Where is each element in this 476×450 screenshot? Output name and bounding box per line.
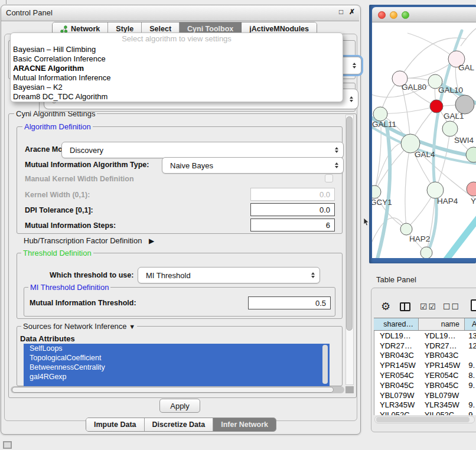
split-columns-icon[interactable]: [400, 302, 410, 311]
table-row[interactable]: YLR345WYLR345W9.: [374, 400, 476, 410]
dpi-tolerance-field[interactable]: 0.0: [250, 203, 335, 216]
table-cell: YDL19…: [419, 331, 465, 340]
table-row[interactable]: YBR043CYBR043C: [374, 351, 476, 361]
table-cell: 9.: [465, 381, 476, 390]
traffic-light-minimize[interactable]: [390, 11, 397, 19]
aracne-mode-select[interactable]: Discovery: [61, 142, 344, 158]
algorithm-option-basic-correlation-inference[interactable]: Basic Correlation Inference: [11, 54, 343, 64]
attributes-list-scrollbar[interactable]: [322, 345, 328, 384]
apply-button[interactable]: Apply: [159, 399, 200, 413]
algorithm-dropdown-popup: Select algorithm to view settings Bayesi…: [10, 32, 343, 102]
algorithm-option-bayesian-hill-climbing[interactable]: Bayesian – Hill Climbing: [11, 45, 343, 54]
float-window-icon[interactable]: □: [339, 8, 343, 16]
stepper-icon: [311, 272, 315, 278]
mi-threshold-label: Mutual Information Threshold:: [30, 299, 136, 307]
table-row[interactable]: YIL052CYIL052C9.: [374, 410, 476, 415]
table-cell: 9.: [465, 400, 476, 409]
gear-icon[interactable]: ⚙: [381, 300, 390, 313]
kernel-width-label: Kernel Width (0,1):: [25, 191, 90, 199]
network-node-gal11[interactable]: [373, 107, 387, 121]
table-cell: YBR043C: [419, 351, 465, 360]
table-row[interactable]: YER054CYER054C8.: [374, 370, 476, 380]
node-label-hap4: HAP4: [437, 197, 458, 206]
table-row[interactable]: YPR145WYPR145W9.: [374, 360, 476, 370]
attribute-item-selfloops[interactable]: SelfLoops: [24, 344, 330, 353]
network-canvas[interactable]: GALGAL80GAL10GAL1GAL11SWI4GAL4GCY1HAP4YH…: [372, 22, 476, 258]
kernel-width-field[interactable]: 0.0: [250, 188, 335, 201]
network-node-hap4[interactable]: [427, 182, 444, 198]
table-row[interactable]: YBL079WYBL079W: [374, 390, 476, 400]
network-window-titlebar[interactable]: [372, 7, 476, 22]
mi-steps-field[interactable]: 6: [250, 219, 335, 231]
table-cell: YDL19…: [374, 331, 419, 340]
column-header-name[interactable]: name: [419, 318, 465, 330]
node-label-y: Y: [471, 197, 476, 206]
mi-threshold-group-title: MI Threshold Definition: [28, 283, 110, 292]
close-window-icon[interactable]: ✗: [349, 8, 355, 16]
table-cell: 9.: [465, 410, 476, 415]
which-threshold-select[interactable]: MI Threshold: [138, 267, 320, 283]
table-cell: 12: [465, 341, 476, 350]
mouse-cursor: [363, 218, 370, 227]
attribute-item-topologicalcoefficient[interactable]: TopologicalCoefficient: [24, 353, 330, 363]
deselect-all-columns-icon[interactable]: ☐☐: [443, 302, 460, 311]
control-panel-titlebar[interactable]: [1, 5, 359, 21]
algorithm-option-aracne-algorithm[interactable]: ARACNE Algorithm: [11, 64, 343, 73]
which-threshold-label: Which threshold to use:: [50, 271, 133, 279]
traffic-light-zoom[interactable]: [402, 11, 409, 19]
table-cell: YIL052C: [419, 410, 465, 415]
traffic-light-close[interactable]: [378, 11, 386, 19]
network-node-hap2[interactable]: [400, 223, 412, 235]
tab-label: Cyni Toolbox: [187, 25, 233, 33]
sources-group-title: Sources for Network Inference ▼: [21, 322, 137, 331]
select-all-columns-icon[interactable]: ☑☑: [420, 302, 437, 311]
settings-vscrollbar-thumb[interactable]: [346, 116, 353, 331]
table-hscrollbar-thumb[interactable]: [376, 417, 470, 422]
table-cell: 8.: [465, 371, 476, 380]
dropdown-prompt: Select algorithm to view settings: [11, 33, 343, 45]
table-row[interactable]: YBR045CYBR045C9.: [374, 380, 476, 390]
table-cell: YIL052C: [374, 410, 419, 415]
bottom-tab-impute-data[interactable]: Impute Data: [86, 418, 145, 431]
table-row[interactable]: YDL19…YDL19…13: [374, 331, 476, 341]
tab-label: Network: [71, 25, 100, 33]
dock-panel-icon[interactable]: [3, 441, 12, 449]
network-node-bottom-green[interactable]: [420, 247, 432, 258]
disclosure-right-icon[interactable]: ▶: [149, 237, 154, 245]
algorithm-option-dream8-dc-tdc-algorithm[interactable]: Dream8 DC_TDC Algorithm: [11, 92, 343, 102]
network-node-gal1[interactable]: [430, 100, 443, 113]
tab-label: Select: [149, 25, 171, 33]
attribute-item-partial[interactable]: [24, 381, 330, 386]
table-cell: 9.: [465, 361, 476, 370]
hub-definition-label: Hub/Transcription Factor Definition: [24, 236, 142, 245]
column-header-a[interactable]: A: [465, 318, 476, 330]
tab-label: Style: [116, 25, 133, 33]
bottom-tab-infer-network[interactable]: Infer Network: [213, 418, 276, 431]
network-edge: [461, 26, 476, 46]
stepper-icon: [335, 147, 338, 153]
node-label-swi4: SWI4: [454, 136, 474, 145]
algorithm-option-bayesian-k2[interactable]: Bayesian – K2: [11, 83, 343, 92]
network-node-gcy1[interactable]: [372, 185, 381, 198]
node-label-gal11: GAL11: [372, 120, 396, 129]
export-table-icon[interactable]: [471, 299, 476, 311]
table-rows: YDL19…YDL19…13YDR27…YDR27…12YBR043CYBR04…: [374, 331, 476, 415]
settings-hscrollbar-thumb[interactable]: [12, 387, 334, 393]
stepper-icon: [353, 63, 356, 69]
manual-kernel-checkbox[interactable]: [325, 174, 333, 182]
attribute-item-gal4rgexp[interactable]: gal4RGexp: [24, 372, 330, 381]
table-row[interactable]: YDR27…YDR27…12: [374, 341, 476, 351]
mi-type-select[interactable]: Naive Bayes: [162, 157, 344, 174]
mi-threshold-field[interactable]: 0.5: [248, 296, 331, 309]
disclosure-down-icon[interactable]: ▼: [129, 323, 135, 330]
which-threshold-value: MI Threshold: [146, 271, 191, 280]
mi-steps-label: Mutual Information Steps:: [25, 221, 116, 230]
bottom-tab-discretize-data[interactable]: Discretize Data: [145, 418, 214, 431]
network-edge-thick: [445, 215, 476, 258]
column-header-shared-[interactable]: shared…: [374, 318, 419, 330]
hub-definition-row[interactable]: Hub/Transcription Factor Definition ▶: [24, 236, 154, 245]
algorithm-option-mutual-information-inference[interactable]: Mutual Information Inference: [11, 73, 343, 83]
network-node-swi4[interactable]: [442, 121, 458, 136]
attribute-item-betweennesscentrality[interactable]: BetweennessCentrality: [24, 363, 330, 372]
table-cell: YPR145W: [374, 361, 419, 370]
